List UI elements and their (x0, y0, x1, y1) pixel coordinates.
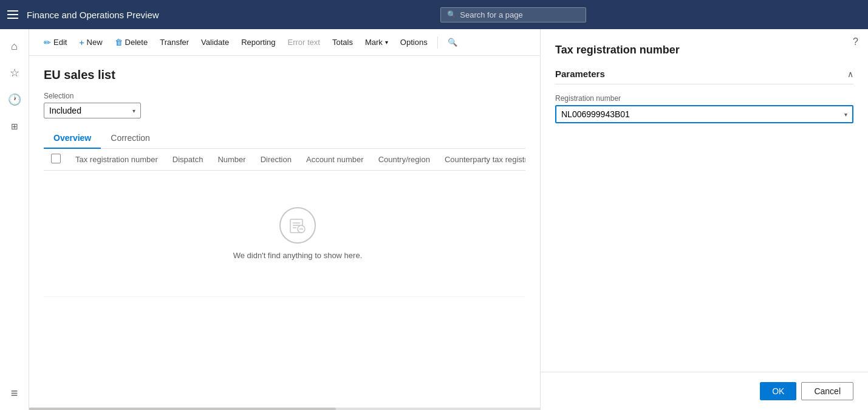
hamburger-menu[interactable] (7, 9, 19, 21)
edit-button[interactable]: ✏ Edit (39, 35, 72, 50)
col-checkbox (44, 149, 68, 171)
new-label: New (87, 38, 103, 47)
totals-button[interactable]: Totals (327, 35, 358, 50)
options-button[interactable]: Options (395, 35, 432, 50)
panel-title: Tax registration number (555, 44, 853, 56)
horizontal-scrollbar[interactable] (29, 408, 540, 410)
options-label: Options (400, 38, 428, 47)
mark-button[interactable]: Mark ▾ (360, 35, 393, 50)
tab-bar: Overview Correction (44, 128, 525, 149)
page-content: EU sales list Selection Included ▾ Overv… (29, 56, 540, 408)
parameters-label: Parameters (555, 69, 605, 79)
delete-label: Delete (125, 38, 148, 47)
sidebar-item-recent[interactable]: 🕐 (2, 87, 27, 112)
parameters-section-header: Parameters ∧ (555, 69, 853, 84)
transfer-label: Transfer (160, 38, 189, 47)
reporting-button[interactable]: Reporting (236, 35, 280, 50)
registration-number-value: NL006999943B01 (561, 109, 630, 119)
registration-number-label: Registration number (555, 94, 853, 103)
data-table: Tax registration number Dispatch Number … (44, 149, 525, 297)
validate-button[interactable]: Validate (196, 35, 234, 50)
col-direction: Direction (253, 149, 299, 171)
registration-number-field: Registration number NL006999943B01 ▾ (555, 94, 853, 123)
mark-chevron-icon: ▾ (385, 39, 388, 46)
col-tax-reg: Tax registration number (68, 149, 165, 171)
scrollbar-thumb (29, 408, 336, 410)
right-panel-inner: ? Tax registration number Parameters ∧ R… (541, 29, 868, 372)
action-bar-divider (437, 36, 438, 49)
selection-area: Selection Included ▾ (44, 92, 525, 118)
col-account: Account number (299, 149, 371, 171)
error-text-button[interactable]: Error text (283, 35, 325, 50)
selection-value: Included (49, 106, 81, 115)
main-layout: ⌂ ☆ 🕐 ⊞ ≡ ✏ Edit + New 🗑 Delete Transfer (0, 29, 868, 410)
ok-button[interactable]: OK (760, 382, 796, 400)
empty-state-row: We didn't find anything to show here. (44, 171, 525, 297)
selection-dropdown[interactable]: Included ▾ (44, 103, 141, 118)
totals-label: Totals (332, 38, 353, 47)
tab-overview[interactable]: Overview (44, 128, 101, 149)
panel-footer: OK Cancel (541, 372, 868, 410)
add-icon: + (79, 38, 84, 47)
page-title: EU sales list (44, 68, 525, 82)
delete-icon: 🗑 (115, 38, 123, 47)
action-bar: ✏ Edit + New 🗑 Delete Transfer Validate … (29, 29, 540, 56)
tab-correction[interactable]: Correction (101, 128, 160, 149)
cancel-button[interactable]: Cancel (801, 382, 853, 400)
col-counterparty: Counterparty tax registration (437, 149, 525, 171)
validate-label: Validate (201, 38, 229, 47)
sidebar-item-workspaces[interactable]: ⊞ (2, 114, 27, 138)
search-icon: 🔍 (448, 38, 457, 47)
select-all-checkbox[interactable] (51, 154, 61, 163)
mark-label: Mark (365, 38, 383, 47)
selection-label: Selection (44, 92, 525, 100)
empty-state: We didn't find anything to show here. (44, 171, 525, 296)
content-area: ✏ Edit + New 🗑 Delete Transfer Validate … (29, 29, 540, 410)
col-number: Number (210, 149, 253, 171)
dropdown-chevron-icon: ▾ (132, 108, 135, 114)
global-search[interactable]: 🔍 Search for a page (440, 7, 586, 22)
sidebar-item-home[interactable]: ⌂ (2, 34, 27, 58)
sidebar: ⌂ ☆ 🕐 ⊞ ≡ (0, 29, 29, 410)
new-button[interactable]: + New (74, 35, 107, 50)
empty-icon (279, 207, 316, 244)
search-icon: 🔍 (447, 10, 456, 19)
help-icon[interactable]: ? (853, 36, 858, 47)
registration-dropdown-chevron-icon: ▾ (844, 111, 847, 118)
edit-label: Edit (53, 38, 67, 47)
sidebar-item-favorites[interactable]: ☆ (2, 61, 27, 85)
app-title: Finance and Operations Preview (27, 10, 159, 20)
search-button[interactable]: 🔍 (443, 35, 462, 50)
delete-button[interactable]: 🗑 Delete (110, 35, 153, 50)
empty-text: We didn't find anything to show here. (233, 251, 363, 260)
search-placeholder: Search for a page (460, 10, 522, 19)
reporting-label: Reporting (241, 38, 275, 47)
top-bar: Finance and Operations Preview 🔍 Search … (0, 0, 868, 29)
transfer-button[interactable]: Transfer (155, 35, 194, 50)
col-country: Country/region (371, 149, 437, 171)
col-dispatch: Dispatch (165, 149, 211, 171)
registration-number-dropdown[interactable]: NL006999943B01 ▾ (555, 105, 853, 123)
table-container: Tax registration number Dispatch Number … (44, 149, 525, 297)
error-text-label: Error text (288, 38, 320, 47)
edit-icon: ✏ (44, 38, 51, 47)
collapse-icon[interactable]: ∧ (847, 69, 853, 79)
sidebar-item-modules[interactable]: ≡ (2, 381, 27, 405)
right-panel: ? Tax registration number Parameters ∧ R… (540, 29, 868, 410)
